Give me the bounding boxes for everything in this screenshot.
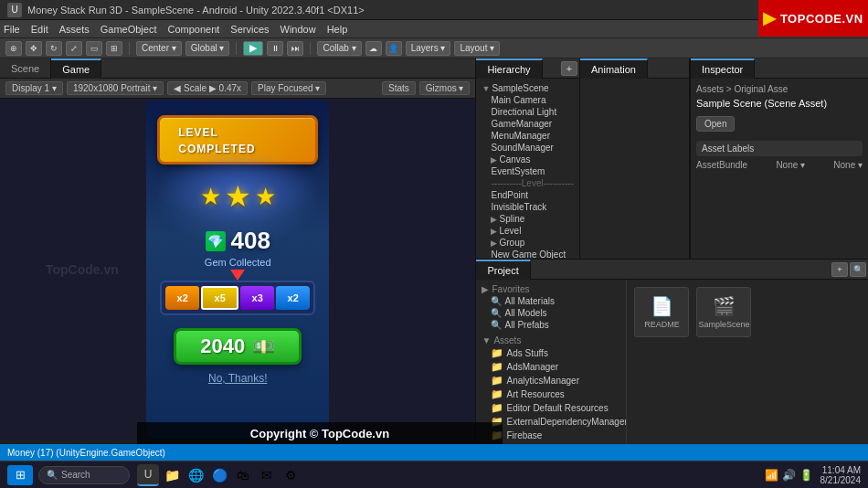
start-button[interactable]: ⊞ [7,465,33,485]
favorites-header[interactable]: ▶ Favorites [478,283,624,295]
mult-x3[interactable]: x3 [240,286,274,310]
project-search-btn[interactable]: 🔍 [850,262,866,277]
hier-spline[interactable]: ▶ Spline [478,213,577,225]
search-icon: 🔍 [47,470,58,480]
toolbar-collab[interactable]: Collab ▾ [317,41,361,56]
game-tab[interactable]: Game [51,58,101,79]
fav-models[interactable]: 🔍 All Models [478,307,624,319]
multiplier-bar: x2 x5 x3 x2 [165,286,310,310]
inspector-asset-path: Assets > Original Asse [696,84,863,94]
hier-game-manager[interactable]: GameManager [478,118,577,130]
hierarchy-content: ▼ SampleScene Main Camera Directional Li… [476,79,579,259]
toolbar-all[interactable]: ⊞ [106,41,122,56]
hier-new-game-object[interactable]: New Game Object [478,249,577,259]
start-icon: ⊞ [16,468,26,482]
project-add-btn[interactable]: + [831,262,848,277]
proj-editor[interactable]: 📁 Editor Default Resources [478,401,624,415]
play-focused-btn[interactable]: Play Focused ▾ [251,81,326,95]
status-bar: Money (17) (UnityEngine.GameObject) [0,444,868,461]
taskbar-search[interactable]: 🔍 Search [38,466,130,484]
hier-canvas[interactable]: ▶ Canvas [478,154,577,165]
file-readme[interactable]: 📄 README [634,287,689,337]
scale-control[interactable]: ◀ Scale ▶ 0.47x [167,81,248,95]
mult-x5[interactable]: x5 [201,286,238,310]
taskbar-app-store[interactable]: 🛍 [232,464,254,486]
no-thanks-button[interactable]: No, Thanks! [208,372,267,385]
toolbar-scale[interactable]: ⤢ [66,41,82,56]
proj-ads-manager[interactable]: 📁 AdsManager [478,360,624,374]
taskbar-app-file-explorer[interactable]: 📁 [161,464,183,486]
network-icon[interactable]: 📶 [765,469,778,482]
gizmos-btn[interactable]: Gizmos ▾ [419,81,471,95]
mult-x2-1[interactable]: x2 [165,286,199,310]
taskbar-app-unity[interactable]: U [137,464,159,486]
scene-icon: 🎬 [713,295,736,317]
asset-bundle-selector[interactable]: None ▾ [776,160,805,170]
taskbar-app-chrome[interactable]: 🌐 [185,464,206,486]
asset-labels-header: Asset Labels [696,141,863,156]
inspector-asset-title: Sample Scene (Scene Asset) [696,98,863,109]
inspector-open-button[interactable]: Open [696,116,735,132]
hier-samplescene[interactable]: ▼ SampleScene [478,82,577,94]
hier-level-separator: ----------Level---------- [478,177,577,189]
toolbar-transform[interactable]: ⊕ [5,41,22,56]
menu-assets[interactable]: Assets [59,24,90,35]
hier-sound-manager[interactable]: SoundManager [478,142,577,154]
toolbar-layout[interactable]: Layout ▾ [454,41,500,56]
step-button[interactable]: ⏭ [287,41,303,56]
battery-icon[interactable]: 🔋 [799,469,813,482]
hierarchy-tab[interactable]: Hierarchy [476,58,542,79]
hier-main-camera[interactable]: Main Camera [478,94,577,106]
hier-event-system[interactable]: EventSystem [478,165,577,177]
toolbar-layers[interactable]: Layers ▾ [406,41,451,56]
project-tab[interactable]: Project [476,260,530,280]
toolbar-account[interactable]: 👤 [386,41,402,56]
toolbar-global[interactable]: Global ▾ [185,41,230,56]
volume-icon[interactable]: 🔊 [782,469,796,482]
assets-header[interactable]: ▼ Assets [478,334,624,346]
proj-analytics[interactable]: 📁 AnalyticsManager [478,374,624,387]
asset-bundle-variant[interactable]: None ▾ [833,160,863,170]
samplescene-label: SampleScene [698,320,749,329]
menu-component[interactable]: Component [167,24,219,35]
toolbar-rotate[interactable]: ↻ [46,41,62,56]
menu-window[interactable]: Window [281,24,316,35]
taskbar-app-mail[interactable]: ✉ [256,464,278,486]
hier-group[interactable]: ▶ Group [478,237,577,249]
menu-edit[interactable]: Edit [31,24,48,35]
hier-level[interactable]: ▶ Level [478,225,577,237]
pause-button[interactable]: ⏸ [267,41,283,56]
proj-ads-stuffs[interactable]: 📁 Ads Stuffs [478,346,624,360]
menu-gameobject[interactable]: GameObject [101,24,157,35]
menu-help[interactable]: Help [327,24,348,35]
toolbar-rect[interactable]: ▭ [86,41,102,56]
play-button[interactable]: ▶ [243,41,263,56]
hier-directional-light[interactable]: Directional Light [478,106,577,118]
hier-menu-manager[interactable]: MenuManager [478,130,577,142]
animation-tab-bar: Animation [580,58,689,79]
animation-tab[interactable]: Animation [580,58,648,79]
inspector-tab[interactable]: Inspector [691,58,755,79]
menu-file[interactable]: File [4,24,20,35]
menu-services[interactable]: Services [230,24,269,35]
level-banner-text: LEVEL COMPLETED [178,126,255,155]
mult-x2-2[interactable]: x2 [276,286,310,310]
fav-prefabs[interactable]: 🔍 All Prefabs [478,319,624,331]
hierarchy-add-btn[interactable]: + [561,61,577,76]
taskbar-app-edge[interactable]: 🔵 [208,464,230,486]
stats-btn[interactable]: Stats [382,81,416,95]
taskbar-app-settings[interactable]: ⚙ [280,464,302,486]
taskbar-right: 📶 🔊 🔋 11:04 AM 8/21/2024 [765,465,862,485]
hier-invisible-track[interactable]: InvisibleTrack [478,201,577,213]
resolution-selector[interactable]: 1920x1080 Portrait ▾ [67,81,164,95]
scene-tab[interactable]: Scene [0,58,51,79]
toolbar-cloud[interactable]: ☁ [365,41,382,56]
toolbar-pivot[interactable]: Center ▾ [136,41,182,56]
file-samplescene[interactable]: 🎬 SampleScene [696,287,751,337]
toolbar-move[interactable]: ✥ [26,41,42,56]
hier-endpoint[interactable]: EndPoint [478,189,577,201]
proj-art-resources[interactable]: 📁 Art Resources [478,387,624,401]
reward-button[interactable]: 2040 💵 [174,328,302,365]
fav-materials[interactable]: 🔍 All Materials [478,295,624,307]
display-selector[interactable]: Display 1 ▾ [5,81,63,95]
